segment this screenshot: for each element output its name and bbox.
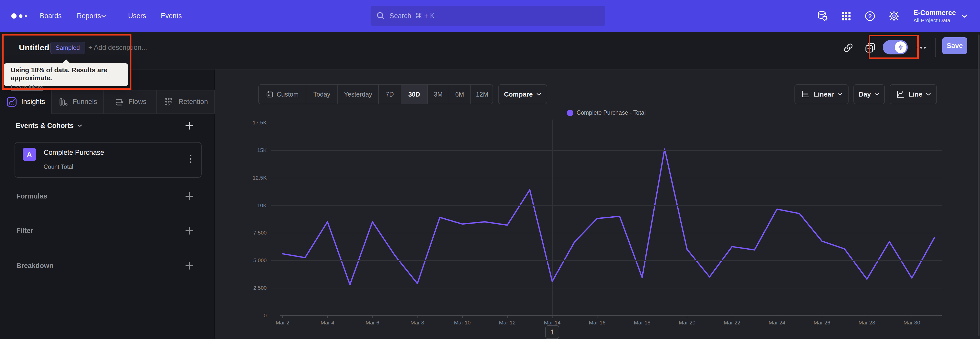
search-placeholder: Search [390, 12, 411, 20]
x-tick [507, 315, 508, 318]
y-tick-label: 10K [257, 202, 267, 208]
data-management-icon[interactable] [816, 10, 828, 22]
x-tick-label: Mar 20 [679, 320, 695, 326]
nav-item-users[interactable]: Users [128, 0, 146, 32]
sampling-tooltip: Using 10% of data. Results are approxima… [4, 63, 128, 86]
x-tick-label: Mar 16 [589, 320, 605, 326]
range-12m[interactable]: 12M [470, 85, 493, 104]
report-title[interactable]: Untitled [19, 32, 49, 63]
more-options-button[interactable] [915, 32, 927, 63]
logo-dot [11, 13, 17, 19]
range-30d-selected[interactable]: 30D [401, 85, 427, 104]
annotation-marker-1[interactable]: 1 [546, 325, 559, 339]
calendar-icon [266, 90, 274, 98]
query-sidebar: Insights Funnels Flows [0, 69, 215, 339]
search-shortcut: ⌘ + K [415, 12, 435, 20]
tab-label: Flows [128, 98, 146, 106]
tab-insights[interactable]: Insights [0, 90, 51, 114]
compare-label: Compare [504, 90, 533, 98]
range-6m[interactable]: 6M [449, 85, 470, 104]
x-tick [867, 315, 867, 318]
x-tick [552, 315, 552, 318]
event-options-button[interactable] [187, 151, 194, 166]
scrollbar-thumb[interactable] [978, 35, 980, 336]
tab-label: Insights [21, 98, 45, 106]
add-formula-button[interactable] [184, 190, 195, 202]
scale-label: Linear [814, 90, 834, 98]
chevron-down-icon [926, 93, 931, 96]
x-tick-label: Mar 12 [499, 320, 515, 326]
insights-icon [6, 96, 18, 107]
sampling-toggle[interactable] [883, 40, 908, 54]
chevron-down-icon[interactable] [961, 14, 968, 18]
flows-icon [113, 96, 124, 107]
y-tick-label: 15K [257, 147, 267, 153]
add-event-button[interactable] [184, 120, 195, 131]
x-tick-label: Mar 6 [366, 320, 379, 326]
chevron-down-icon [874, 93, 880, 96]
breakdown-label: Breakdown [16, 258, 54, 273]
nav-item-reports[interactable]: Reports [77, 0, 101, 32]
project-switcher[interactable]: E-Commerce All Project Data [913, 0, 956, 32]
scale-dropdown[interactable]: Linear [794, 84, 849, 104]
event-name[interactable]: Complete Purchase [44, 149, 104, 157]
linear-axis-icon [800, 90, 810, 99]
tab-flows[interactable]: Flows [103, 90, 156, 114]
apps-grid-icon[interactable] [840, 10, 853, 22]
range-custom[interactable]: Custom [259, 85, 306, 104]
gridline [271, 205, 942, 206]
chart-type-label: Line [909, 90, 922, 98]
range-7d[interactable]: 7D [378, 85, 401, 104]
add-filter-button[interactable] [184, 225, 195, 236]
x-tick-label: Mar 26 [814, 320, 830, 326]
gridline [271, 178, 942, 178]
nav-item-boards[interactable]: Boards [40, 0, 62, 32]
interval-dropdown[interactable]: Day [853, 84, 885, 104]
settings-gear-icon[interactable] [888, 10, 900, 22]
nav-item-events[interactable]: Events [161, 0, 182, 32]
events-cohorts-header[interactable]: Events & Cohorts [16, 120, 83, 131]
save-button[interactable]: Save [942, 37, 967, 54]
range-label: Yesterday [344, 91, 372, 98]
help-icon[interactable]: ? [864, 10, 876, 22]
project-scope: All Project Data [913, 17, 956, 24]
add-breakdown-button[interactable] [184, 260, 195, 271]
y-tick-label: 17.5K [253, 120, 267, 126]
x-tick-label: Mar 10 [454, 320, 471, 326]
x-tick [732, 315, 732, 318]
line-series [271, 123, 942, 315]
x-tick [822, 315, 822, 318]
range-yesterday[interactable]: Yesterday [337, 85, 378, 104]
share-link-icon[interactable] [843, 42, 854, 53]
legend-label: Complete Purchase - Total [576, 109, 646, 116]
learn-more-link[interactable]: Learn More [11, 84, 43, 91]
formulas-section: Formulas [0, 189, 215, 204]
range-label: 30D [408, 91, 420, 98]
event-aggregation[interactable]: Count Total [44, 163, 73, 170]
x-tick-label: Mar 8 [410, 320, 425, 326]
tab-funnels[interactable]: Funnels [51, 90, 103, 114]
add-to-board-icon[interactable] [865, 42, 876, 53]
tab-label: Funnels [73, 98, 97, 106]
description-placeholder[interactable]: + Add description... [88, 32, 147, 63]
logo-dot [25, 15, 27, 17]
range-today[interactable]: Today [306, 85, 337, 104]
interval-label: Day [859, 90, 871, 98]
event-card[interactable]: A Complete Purchase Count Total [14, 142, 202, 178]
range-3m[interactable]: 3M [427, 85, 449, 104]
compare-dropdown[interactable]: Compare [498, 84, 547, 104]
search-input[interactable]: Search ⌘ + K [371, 6, 605, 26]
sampled-badge[interactable]: Sampled [50, 42, 85, 54]
divider [935, 38, 936, 57]
tab-retention[interactable]: Retention [156, 90, 215, 114]
x-tick [642, 315, 642, 318]
x-tick [282, 315, 283, 318]
y-tick-label: 5,000 [253, 257, 267, 263]
lightning-bolt-icon [897, 44, 904, 51]
chevron-down-icon [101, 14, 107, 18]
chevron-down-icon [77, 124, 83, 127]
tab-label: Retention [178, 98, 208, 106]
chart-type-dropdown[interactable]: Line [890, 84, 937, 104]
mixpanel-logo-icon[interactable] [11, 0, 27, 32]
legend-item[interactable]: Complete Purchase - Total [567, 109, 646, 116]
